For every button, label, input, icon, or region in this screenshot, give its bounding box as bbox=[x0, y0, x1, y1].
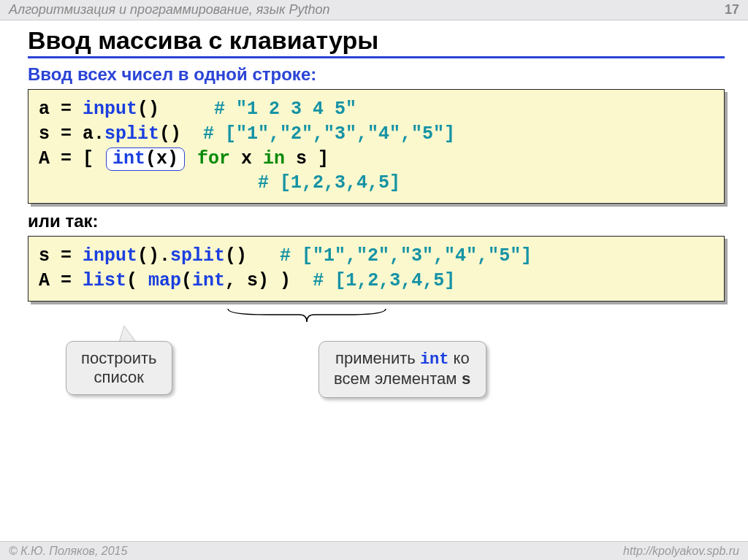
section-subhead: Ввод всех чисел в одной строке: bbox=[28, 64, 725, 85]
page-number: 17 bbox=[725, 2, 739, 18]
curly-brace-icon bbox=[226, 307, 387, 323]
footer-copyright: © К.Ю. Поляков, 2015 bbox=[9, 545, 127, 558]
header-title: Алгоритмизация и программирование, язык … bbox=[9, 2, 329, 18]
or-label: или так: bbox=[28, 211, 725, 231]
highlight-int-x: int(x) bbox=[106, 147, 185, 171]
slide-footer: © К.Ю. Поляков, 2015 http://kpolyakov.sp… bbox=[0, 541, 748, 560]
slide-title: Ввод массива с клавиатуры bbox=[28, 26, 725, 58]
code-block-1: a = input() # "1 2 3 4 5" s = a.split() … bbox=[28, 89, 725, 204]
slide-content: Ввод массива с клавиатуры Ввод всех чисе… bbox=[0, 20, 748, 399]
callout-apply-int: применить int ко всем элементам s bbox=[318, 341, 486, 399]
footer-url: http://kpolyakov.spb.ru bbox=[623, 545, 739, 558]
code-block-2: s = input().split() # ["1","2","3","4","… bbox=[28, 236, 725, 302]
callouts-area: построить список применить int ко всем э… bbox=[28, 312, 725, 399]
callout-build-list: построить список bbox=[66, 341, 172, 396]
slide-header: Алгоритмизация и программирование, язык … bbox=[0, 0, 748, 20]
